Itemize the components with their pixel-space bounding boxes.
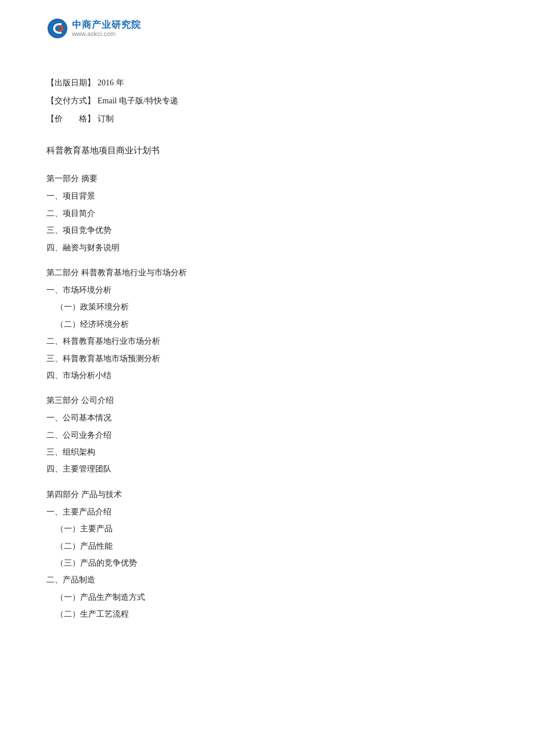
publish-date-value: 2016 年 bbox=[98, 74, 124, 92]
toc-section-4: 第四部分 产品与技术一、主要产品介绍（一）主要产品（二）产品性能（三）产品的竞争… bbox=[46, 489, 488, 623]
meta-delivery: 【交付方式】 Email 电子版/特快专递 bbox=[46, 92, 488, 110]
logo-text-block: 中商产业研究院 www.askci.com bbox=[72, 19, 141, 38]
toc-item-1-3: 三、项目竞争优势 bbox=[46, 222, 488, 239]
logo-url: www.askci.com bbox=[72, 30, 141, 38]
page: 中商产业研究院 www.askci.com 【出版日期】 2016 年 【交付方… bbox=[0, 0, 534, 756]
toc-section-1: 第一部分 摘要一、项目背景二、项目简介三、项目竞争优势四、融资与财务说明 bbox=[46, 174, 488, 256]
price-label: 【价 格】 bbox=[46, 110, 95, 128]
toc-item-3-4: 四、主要管理团队 bbox=[46, 460, 488, 477]
toc: 第一部分 摘要一、项目背景二、项目简介三、项目竞争优势四、融资与财务说明第二部分… bbox=[46, 174, 488, 622]
toc-item-2-3: （二）经济环境分析 bbox=[46, 316, 488, 333]
toc-item-4-3: （二）产品性能 bbox=[46, 538, 488, 555]
toc-section-3: 第三部分 公司介绍一、公司基本情况二、公司业务介绍三、组织架构四、主要管理团队 bbox=[46, 395, 488, 478]
toc-item-3-2: 二、公司业务介绍 bbox=[46, 427, 488, 444]
meta-publish-date: 【出版日期】 2016 年 bbox=[46, 74, 488, 92]
toc-item-4-6: （一）产品生产制造方式 bbox=[46, 589, 488, 606]
toc-item-1-4: 四、融资与财务说明 bbox=[46, 239, 488, 256]
doc-title: 科普教育基地项目商业计划书 bbox=[46, 145, 488, 156]
toc-item-3-3: 三、组织架构 bbox=[46, 444, 488, 460]
toc-item-2-5: 三、科普教育基地市场预测分析 bbox=[46, 350, 488, 367]
delivery-value: Email 电子版/特快专递 bbox=[98, 92, 178, 110]
toc-item-1-2: 二、项目简介 bbox=[46, 205, 488, 222]
toc-item-4-7: （二）生产工艺流程 bbox=[46, 606, 488, 622]
toc-item-1-1: 一、项目背景 bbox=[46, 188, 488, 204]
toc-item-4-2: （一）主要产品 bbox=[46, 520, 488, 537]
toc-item-4-1: 一、主要产品介绍 bbox=[46, 503, 488, 520]
logo-container: 中商产业研究院 www.askci.com bbox=[46, 17, 141, 39]
price-value: 订制 bbox=[98, 110, 114, 128]
toc-item-2-4: 二、科普教育基地行业市场分析 bbox=[46, 333, 488, 350]
logo-title: 中商产业研究院 bbox=[72, 19, 141, 30]
toc-part-title-3: 第三部分 公司介绍 bbox=[46, 395, 488, 406]
toc-section-2: 第二部分 科普教育基地行业与市场分析一、市场环境分析（一）政策环境分析（二）经济… bbox=[46, 268, 488, 384]
toc-part-title-4: 第四部分 产品与技术 bbox=[46, 489, 488, 500]
logo-icon bbox=[46, 17, 68, 39]
toc-part-title-1: 第一部分 摘要 bbox=[46, 174, 488, 184]
header: 中商产业研究院 www.askci.com bbox=[46, 12, 488, 57]
toc-item-3-1: 一、公司基本情况 bbox=[46, 409, 488, 426]
toc-part-title-2: 第二部分 科普教育基地行业与市场分析 bbox=[46, 268, 488, 278]
toc-item-2-2: （一）政策环境分析 bbox=[46, 298, 488, 315]
publish-date-label: 【出版日期】 bbox=[46, 74, 95, 92]
toc-item-2-1: 一、市场环境分析 bbox=[46, 282, 488, 298]
meta-block: 【出版日期】 2016 年 【交付方式】 Email 电子版/特快专递 【价 格… bbox=[46, 74, 488, 128]
toc-item-4-5: 二、产品制造 bbox=[46, 571, 488, 588]
toc-item-2-6: 四、市场分析小结 bbox=[46, 367, 488, 384]
svg-point-0 bbox=[48, 19, 67, 38]
toc-item-4-4: （三）产品的竞争优势 bbox=[46, 555, 488, 571]
delivery-label: 【交付方式】 bbox=[46, 92, 95, 110]
meta-price: 【价 格】 订制 bbox=[46, 110, 488, 128]
